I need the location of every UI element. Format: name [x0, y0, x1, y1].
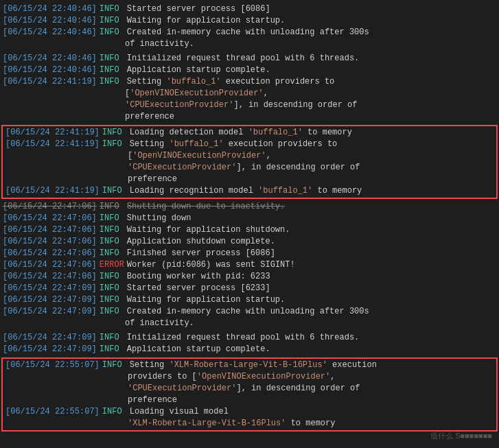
log-line-continuation: preference — [3, 174, 496, 185]
log-line-continuation: preference — [3, 394, 496, 406]
msg: Worker (pid:6086) was sent SIGINT! — [127, 259, 496, 271]
log-section-redbox2: [06/15/24 22:55:07] INFO Setting 'XLM-Ro… — [3, 359, 496, 430]
log-line-continuation: providers to ['OpenVINOExecutionProvider… — [3, 371, 496, 383]
timestamp: [06/15/24 22:47:06] — [3, 213, 97, 224]
level-info: INFO — [100, 64, 124, 76]
timestamp: [06/15/24 22:41:19] — [5, 139, 100, 150]
log-line: [06/15/24 22:47:09] INFO Created in-memo… — [0, 306, 499, 318]
timestamp: [06/15/24 22:40:46] — [3, 53, 97, 64]
log-line: [06/15/24 22:40:46] INFO Application sta… — [0, 64, 499, 76]
log-line-continuation: ['OpenVINOExecutionProvider', — [0, 88, 499, 99]
msg: ['OpenVINOExecutionProvider', — [3, 88, 496, 99]
log-line: [06/15/24 22:55:07] INFO Setting 'XLM-Ro… — [3, 359, 496, 371]
timestamp: [06/15/24 22:47:06] — [3, 259, 97, 271]
level-info: INFO — [100, 344, 124, 355]
msg: Loading visual model — [130, 406, 494, 418]
level-info: INFO — [100, 248, 124, 259]
timestamp: [06/15/24 22:41:19] — [5, 127, 100, 139]
msg: Created in-memory cache with unloading a… — [127, 27, 496, 38]
log-section-top: [06/15/24 22:40:46] INFO Started server … — [0, 3, 499, 123]
red-box-1: [06/15/24 22:41:19] INFO Loading detecti… — [1, 125, 498, 199]
log-line: [06/15/24 22:55:07] INFO Loading visual … — [3, 406, 496, 418]
level-info: INFO — [100, 271, 124, 283]
timestamp: [06/15/24 22:47:09] — [3, 306, 97, 318]
level-info: INFO — [102, 139, 127, 150]
level-info: INFO — [102, 127, 127, 139]
level-info: INFO — [100, 224, 124, 236]
level-info: INFO — [100, 76, 124, 88]
log-line: [06/15/24 22:47:09] INFO Initialized req… — [0, 332, 499, 344]
msg: Application shutdown complete. — [127, 236, 496, 248]
log-line: [06/15/24 22:47:06] INFO Shutting down — [0, 213, 499, 224]
level-info: INFO — [100, 53, 124, 64]
log-line-continuation: 'CPUExecutionProvider'], in descending o… — [3, 383, 496, 394]
log-section-middle: [06/15/24 22:47:06] INFO Shutting down d… — [0, 200, 499, 356]
timestamp: [06/15/24 22:41:19] — [5, 185, 100, 197]
msg: ['OpenVINOExecutionProvider', — [5, 150, 494, 162]
log-line: [06/15/24 22:47:09] INFO Waiting for app… — [0, 294, 499, 306]
msg: preference — [3, 111, 496, 123]
level-info: INFO — [102, 406, 127, 418]
log-line-continuation: of inactivity. — [0, 318, 499, 329]
msg: Setting 'buffalo_1' execution providers … — [130, 139, 494, 150]
log-line: [06/15/24 22:40:46] INFO Started server … — [0, 3, 499, 15]
timestamp: [06/15/24 22:55:07] — [5, 406, 100, 418]
log-line-continuation: 'XLM-Roberta-Large-Vit-B-16Plus' to memo… — [3, 418, 496, 429]
level-info: INFO — [100, 201, 124, 213]
msg: Loading recognition model 'buffalo_1' to… — [130, 185, 494, 197]
timestamp: [06/15/24 22:47:06] — [3, 248, 97, 259]
log-section-redbox1: [06/15/24 22:41:19] INFO Loading detecti… — [3, 126, 496, 198]
msg: Setting 'buffalo_1' execution providers … — [127, 76, 496, 88]
log-line: [06/15/24 22:47:09] INFO Application sta… — [0, 344, 499, 355]
msg: Waiting for application shutdown. — [127, 224, 496, 236]
log-line: [06/15/24 22:40:46] INFO Initialized req… — [0, 53, 499, 64]
msg: 'CPUExecutionProvider'], in descending o… — [5, 383, 494, 394]
log-line: [06/15/24 22:47:06] INFO Waiting for app… — [0, 224, 499, 236]
log-line: [06/15/24 22:40:46] INFO Waiting for app… — [0, 15, 499, 27]
log-line: [06/15/24 22:47:06] INFO Shutting down d… — [0, 201, 499, 213]
timestamp: [06/15/24 22:40:46] — [3, 27, 97, 38]
red-box-2: [06/15/24 22:55:07] INFO Setting 'XLM-Ro… — [1, 357, 498, 432]
level-info: INFO — [100, 294, 124, 306]
timestamp: [06/15/24 22:40:46] — [3, 3, 97, 15]
log-line: [06/15/24 22:41:19] INFO Loading detecti… — [3, 127, 496, 139]
level-info: INFO — [102, 359, 127, 371]
timestamp: [06/15/24 22:47:06] — [3, 201, 97, 213]
msg: 'CPUExecutionProvider'], in descending o… — [5, 162, 494, 174]
log-line: [06/15/24 22:47:09] INFO Started server … — [0, 283, 499, 294]
log-line-continuation: of inactivity. — [0, 38, 499, 50]
timestamp: [06/15/24 22:47:09] — [3, 283, 97, 294]
msg-booting: Booting worker with pid: 6233 — [127, 271, 496, 283]
msg: Initialized request thread pool with 6 t… — [127, 332, 496, 344]
msg: Shutting down due to inactivity. — [127, 201, 496, 213]
msg: Finished server process [6086] — [127, 248, 496, 259]
level-info: INFO — [100, 332, 124, 344]
level-info: INFO — [100, 283, 124, 294]
timestamp: [06/15/24 22:47:06] — [3, 236, 97, 248]
log-line: [06/15/24 22:47:06] INFO Finished server… — [0, 248, 499, 259]
level-info: INFO — [100, 3, 124, 15]
log-line: [06/15/24 22:47:06] INFO Application shu… — [0, 236, 499, 248]
msg-started: Started server process [6233] — [127, 283, 496, 294]
log-line-continuation: 'CPUExecutionProvider'], in descending o… — [3, 162, 496, 174]
msg: Started server process [6086] — [127, 3, 496, 15]
level-info: INFO — [100, 236, 124, 248]
msg: 'CPUExecutionProvider'], in descending o… — [3, 99, 496, 111]
timestamp: [06/15/24 22:40:46] — [3, 15, 97, 27]
level-info: INFO — [100, 27, 124, 38]
level-info: INFO — [102, 185, 127, 197]
level-info: INFO — [100, 306, 124, 318]
msg: Initialized request thread pool with 6 t… — [127, 53, 496, 64]
msg: Waiting for application startup. — [127, 294, 496, 306]
level-info: INFO — [100, 213, 124, 224]
msg: Setting 'XLM-Roberta-Large-Vit-B-16Plus'… — [130, 359, 494, 371]
level-error: ERROR — [100, 259, 124, 271]
timestamp: [06/15/24 22:41:19] — [3, 76, 97, 88]
watermark: 值什么 S■■■■■■■ — [430, 431, 492, 441]
msg: preference — [5, 174, 494, 185]
msg: Shutting down — [127, 213, 496, 224]
log-line: [06/15/24 22:41:19] INFO Setting 'buffal… — [0, 76, 499, 88]
log-line: [06/15/24 22:40:46] INFO Created in-memo… — [0, 27, 499, 38]
log-line-continuation: ['OpenVINOExecutionProvider', — [3, 150, 496, 162]
msg: 'XLM-Roberta-Large-Vit-B-16Plus' to memo… — [5, 418, 494, 429]
